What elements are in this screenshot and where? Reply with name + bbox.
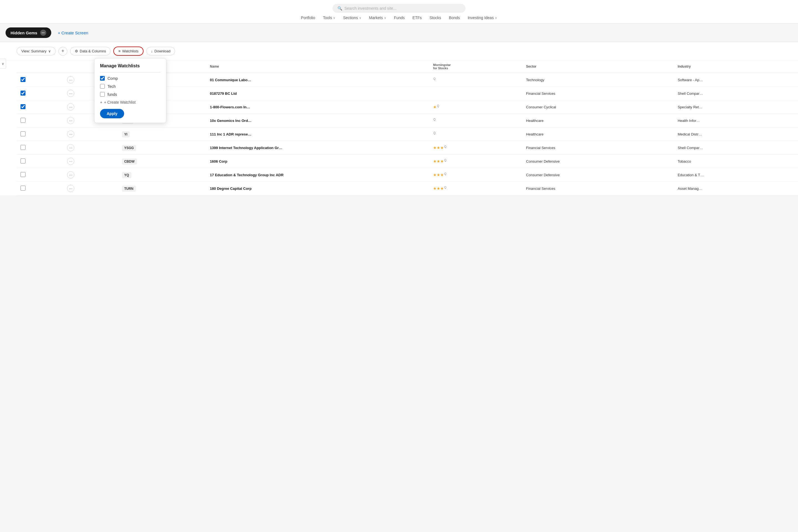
industry-cell: Specialty Ret…	[674, 100, 798, 114]
col-morningstar: Morningstarfor Stocks	[429, 60, 522, 73]
add-view-button[interactable]: +	[58, 47, 67, 56]
download-button[interactable]: ↓ Download	[146, 47, 175, 55]
row-options-icon[interactable]: ···	[67, 144, 74, 151]
sector-cell: Financial Services	[522, 141, 674, 155]
nav-bonds[interactable]: Bonds	[449, 16, 460, 20]
nav-sections[interactable]: Sections∨	[343, 16, 361, 20]
table-row: ···YQ17 Education & Technology Group Inc…	[17, 168, 798, 182]
chevron-down-icon: ∨	[48, 49, 51, 53]
toolbar: View: Summary ∨ + ⚙ Data & Columns ≡ Wat…	[0, 42, 798, 60]
star-icon: ★	[433, 159, 437, 164]
morningstar-rating: ★★★Q	[429, 155, 522, 168]
watchlist-checkbox-tech[interactable]	[100, 84, 105, 89]
star-icon: ★	[437, 159, 440, 164]
nav-stocks[interactable]: Stocks	[430, 16, 441, 20]
star-icon: ★	[433, 105, 437, 110]
watchlist-item-funds[interactable]: funds	[100, 92, 160, 97]
q-icon: Q	[433, 118, 436, 121]
watchlist-item-comp[interactable]: Comp	[100, 76, 160, 81]
view-summary-button[interactable]: View: Summary ∨	[17, 47, 56, 55]
search-placeholder: Search investments and site...	[344, 6, 397, 11]
stock-name: 180 Degree Capital Corp	[206, 182, 430, 195]
row-checkbox[interactable]	[20, 131, 25, 136]
data-columns-button[interactable]: ⚙ Data & Columns	[70, 47, 111, 55]
table-row: ···CBDW1606 Corp★★★QConsumer DefensiveTo…	[17, 155, 798, 168]
q-icon: Q	[444, 186, 446, 189]
row-checkbox[interactable]	[20, 91, 25, 96]
watchlist-item-tech[interactable]: Tech	[100, 84, 160, 89]
chevron-down-icon: ∨	[495, 16, 497, 20]
morningstar-rating: Q	[429, 114, 522, 128]
star-icon: ★	[440, 187, 444, 191]
badge-options-icon[interactable]: •••	[40, 30, 46, 36]
sector-cell: Financial Services	[522, 87, 674, 100]
star-icon: ★	[433, 173, 437, 177]
star-icon: ★	[437, 146, 440, 150]
row-options-icon[interactable]: ···	[67, 76, 74, 83]
star-icon: ★	[440, 146, 444, 150]
sector-cell: Consumer Defensive	[522, 155, 674, 168]
nav-tools[interactable]: Tools∨	[323, 16, 335, 20]
col-name: Name	[206, 60, 430, 73]
row-options-icon[interactable]: ···	[67, 90, 74, 97]
row-options-icon[interactable]: ···	[67, 103, 74, 111]
col-industry: Industry	[674, 60, 798, 73]
row-options-icon[interactable]: ···	[67, 117, 74, 124]
row-options-icon[interactable]: ···	[67, 185, 74, 192]
create-watchlist-link[interactable]: + + Create Watchlist	[100, 100, 160, 104]
stock-name: 1-800-Flowers.com In…	[206, 100, 430, 114]
star-icon: ★	[440, 173, 444, 177]
industry-cell: Medical Distr…	[674, 128, 798, 141]
ticker-badge: CBDW	[122, 158, 137, 165]
col-sector: Sector	[522, 60, 674, 73]
sector-cell: Consumer Cyclical	[522, 100, 674, 114]
watchlist-dropdown: Manage Watchlists Comp Tech funds + + Cr…	[94, 58, 166, 123]
watchlist-checkbox-comp[interactable]	[100, 76, 105, 81]
watchlist-checkbox-funds[interactable]	[100, 92, 105, 97]
industry-cell: Education & T…	[674, 168, 798, 182]
q-icon: Q	[444, 145, 446, 148]
row-checkbox[interactable]	[20, 145, 25, 150]
star-icon: ★	[433, 146, 437, 150]
industry-cell: Shell Compar…	[674, 87, 798, 100]
q-icon: Q	[433, 77, 436, 80]
stock-name: 0187279 BC Ltd	[206, 87, 430, 100]
sector-cell: Healthcare	[522, 128, 674, 141]
row-checkbox[interactable]	[20, 77, 25, 82]
main-content: ∨ View: Summary ∨ + ⚙ Data & Columns ≡ W…	[0, 42, 798, 195]
star-icon: ★	[440, 159, 444, 164]
row-checkbox[interactable]	[20, 118, 25, 123]
nav-markets[interactable]: Markets∨	[369, 16, 386, 20]
morningstar-rating: ★★★Q	[429, 168, 522, 182]
star-icon: ★	[437, 173, 440, 177]
nav-funds[interactable]: Funds	[394, 16, 405, 20]
row-options-icon[interactable]: ···	[67, 171, 74, 178]
sector-cell: Technology	[522, 73, 674, 87]
morningstar-rating: ★Q	[429, 100, 522, 114]
nav-etfs[interactable]: ETFs	[413, 16, 422, 20]
watchlists-button[interactable]: ≡ Watchlists	[113, 46, 143, 56]
nav-portfolio[interactable]: Portfolio	[301, 16, 315, 20]
ticker-badge: YQ	[122, 172, 131, 178]
watchlists-label: Watchlists	[122, 49, 138, 53]
hidden-gems-badge[interactable]: Hidden Gems •••	[5, 27, 51, 38]
row-options-icon[interactable]: ···	[67, 131, 74, 138]
q-icon: Q	[437, 104, 439, 108]
industry-cell: Asset Manag…	[674, 182, 798, 195]
row-checkbox[interactable]	[20, 104, 25, 109]
search-bar[interactable]: 🔍 Search investments and site...	[332, 4, 466, 13]
nav-investing-ideas[interactable]: Investing Ideas∨	[468, 16, 497, 20]
col-checkbox	[17, 60, 63, 73]
industry-cell: Shell Compar…	[674, 141, 798, 155]
gear-icon: ⚙	[75, 49, 78, 53]
apply-button[interactable]: Apply	[100, 109, 124, 118]
dropdown-title: Manage Watchlists	[100, 63, 160, 69]
morningstar-rating: Q	[429, 73, 522, 87]
list-icon: ≡	[118, 49, 120, 53]
row-checkbox[interactable]	[20, 158, 25, 164]
row-checkbox[interactable]	[20, 186, 25, 191]
create-screen-button[interactable]: + Create Screen	[58, 31, 89, 35]
row-options-icon[interactable]: ···	[67, 158, 74, 165]
row-checkbox[interactable]	[20, 172, 25, 177]
watchlist-label-tech: Tech	[108, 84, 116, 89]
